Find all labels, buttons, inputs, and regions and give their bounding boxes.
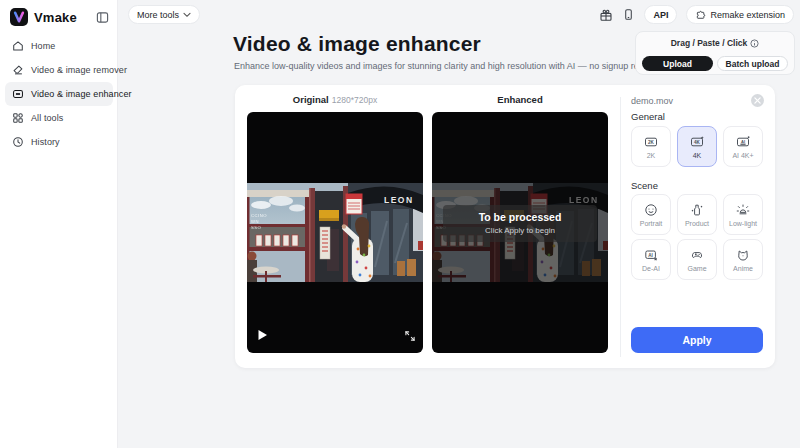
batch-upload-button[interactable]: Batch upload	[717, 56, 788, 71]
fullscreen-icon[interactable]	[405, 327, 415, 345]
svg-text:2K: 2K	[648, 140, 655, 145]
scene-option-product[interactable]: Product	[677, 194, 717, 235]
extension-icon	[695, 9, 706, 20]
upload-hint: Drag / Paste / Click	[636, 38, 794, 48]
sidebar-item-home[interactable]: Home	[5, 34, 113, 58]
play-icon[interactable]	[257, 327, 268, 345]
svg-text:AI: AI	[741, 139, 745, 144]
sidebar-item-video-image-remover[interactable]: Video & image remover	[5, 58, 113, 82]
grid-icon	[12, 112, 24, 124]
app-window: Vmake Home Video & image remover Video &…	[0, 0, 800, 448]
general-option-ai-4k-plus[interactable]: AI AI 4K+	[723, 126, 763, 167]
4k-icon: 4K	[690, 135, 704, 149]
enhancer-icon	[12, 88, 24, 100]
file-name: demo.mov	[631, 96, 673, 106]
original-resolution: 1280*720px	[332, 95, 377, 105]
sidebar: Vmake Home Video & image remover Video &…	[0, 0, 118, 448]
info-icon[interactable]	[750, 39, 759, 48]
original-video-frame	[247, 183, 423, 282]
portrait-icon	[644, 203, 658, 217]
apply-button[interactable]: Apply	[631, 327, 763, 353]
original-video-preview[interactable]	[247, 112, 423, 353]
more-tools-button[interactable]: More tools	[128, 5, 200, 24]
collapse-sidebar-icon[interactable]	[96, 10, 109, 28]
sidebar-nav: Home Video & image remover Video & image…	[0, 34, 118, 154]
de-ai-icon: AI	[644, 248, 658, 262]
ai-4k-icon: AI	[736, 135, 750, 149]
scene-option-game[interactable]: Game	[677, 239, 717, 280]
overlay-title: To be processed	[445, 211, 595, 223]
sidebar-item-all-tools[interactable]: All tools	[5, 106, 113, 130]
low-light-icon	[736, 203, 750, 217]
scene-option-low-light[interactable]: Low-light	[723, 194, 763, 235]
gift-icon[interactable]	[599, 8, 613, 22]
eraser-icon	[12, 64, 24, 76]
page-subtitle: Enhance low-quality videos and images fo…	[234, 61, 666, 71]
original-label: Original1280*720px	[247, 94, 423, 105]
history-icon	[12, 136, 24, 148]
scene-option-de-ai[interactable]: AI De-AI	[631, 239, 671, 280]
svg-text:4K: 4K	[694, 140, 701, 145]
api-button[interactable]: API	[644, 5, 677, 24]
chevron-down-icon	[183, 12, 191, 18]
brand[interactable]: Vmake	[10, 8, 77, 26]
home-icon	[12, 40, 24, 52]
scene-option-anime[interactable]: Anime	[723, 239, 763, 280]
enhanced-label: Enhanced	[432, 94, 608, 105]
close-file-button[interactable]	[751, 94, 764, 107]
remake-extension-button[interactable]: Remake extension	[686, 5, 794, 24]
mobile-icon[interactable]	[622, 8, 635, 21]
overlay-subtitle: Click Apply to begin	[445, 226, 595, 235]
vmake-logo-icon	[10, 8, 28, 26]
panel-divider	[620, 97, 621, 357]
general-option-4k[interactable]: 4K 4K	[677, 126, 717, 167]
general-option-2k[interactable]: 2K 2K	[631, 126, 671, 167]
enhancer-workspace: Original1280*720px Enhanced To be proces…	[235, 85, 775, 368]
scene-option-portrait[interactable]: Portrait	[631, 194, 671, 235]
product-icon	[690, 203, 704, 217]
sidebar-item-history[interactable]: History	[5, 130, 113, 154]
page-title: Video & image enhancer	[233, 32, 481, 56]
upload-button[interactable]: Upload	[642, 56, 713, 71]
enhanced-video-preview[interactable]: To be processed Click Apply to begin	[432, 112, 608, 353]
2k-icon: 2K	[644, 135, 658, 149]
close-icon	[754, 97, 761, 104]
processing-overlay: To be processed Click Apply to begin	[443, 205, 597, 242]
general-section-label: General	[631, 111, 665, 122]
anime-icon	[736, 248, 750, 262]
upload-dropzone[interactable]: Drag / Paste / Click Upload Batch upload	[635, 31, 795, 75]
game-icon	[690, 248, 704, 262]
svg-text:AI: AI	[648, 252, 653, 257]
sidebar-item-video-image-enhancer[interactable]: Video & image enhancer	[5, 82, 113, 106]
app-name: Vmake	[34, 10, 77, 25]
topbar-right: API Remake extension	[599, 5, 794, 24]
scene-section-label: Scene	[631, 180, 658, 191]
